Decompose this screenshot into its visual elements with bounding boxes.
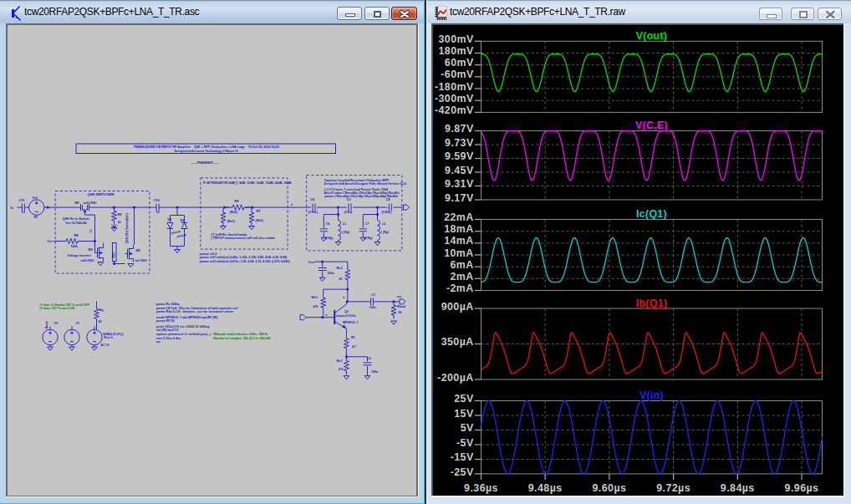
svg-text:9.96µs: 9.96µs <box>784 481 818 493</box>
svg-text:.param ra12 table(ra1,0,67m, 1: .param ra12 table(ra1,0,67m, 1,39, 2,68,… <box>199 259 290 262</box>
svg-text:C10: C10 <box>153 198 159 202</box>
svg-text:Räknade antal frekvens: 1/25: Räknade antal frekvens: 1/25n.. 800 K- <box>213 333 268 336</box>
svg-text:.tran 0 10us 0 4ns: .tran 0 10us 0 4ns <box>155 336 181 339</box>
svg-text:-5V: -5V <box>456 436 474 448</box>
svg-text:Q1: Q1 <box>344 309 349 313</box>
svg-text:-420mV: -420mV <box>434 104 473 116</box>
svg-text:QSK (Rx) Switch(Inh): QSK (Rx) Switch(Inh) <box>125 212 129 243</box>
svg-text:TRANSCEIVER CW REPOT RF Ampli: TRANSCEIVER CW REPOT RF Amplifier QSK + … <box>133 145 278 149</box>
svg-text:Vcc: Vcc <box>308 259 314 263</box>
svg-text:(*) 1mR Rx should handy,: (*) 1mR Rx should handy, <box>211 232 247 236</box>
svg-text:6mA: 6mA <box>450 258 473 270</box>
svg-text:M2: M2 <box>88 247 93 251</box>
svg-text:C11: C11 <box>18 198 25 202</box>
svg-text:14mA: 14mA <box>444 235 474 247</box>
svg-text:SINE(0 25 {Fs}): SINE(0 25 {Fs}) <box>103 332 123 335</box>
svg-text:In: In <box>10 205 13 209</box>
svg-text:180mV: 180mV <box>438 45 473 57</box>
svg-text:M1: M1 <box>74 201 79 205</box>
svg-text:TKEY: TKEY <box>112 252 115 258</box>
svg-text:100k: 100k <box>70 245 78 248</box>
svg-text:C2: C2 <box>367 356 371 359</box>
svg-text:Irm 2=7000-8b: Irm 2=7000-8b <box>65 221 87 224</box>
svg-text:47k: 47k <box>313 304 318 308</box>
svg-text:Rser 0: Rser 0 <box>104 336 112 339</box>
svg-text:out: out <box>396 295 401 298</box>
svg-text:Ib(Q1): Ib(Q1) <box>635 297 667 308</box>
svg-text:22mA: 22mA <box>444 211 474 223</box>
svg-text:{Ra1}: {Ra1} <box>227 220 235 223</box>
svg-text:Ic(Q1): Ic(Q1) <box>636 208 667 220</box>
svg-text:.param LR 1nH ; Rbc ba. Ind: .param LR 1nH ; Rbc ba. Inductance of lo… <box>155 306 237 309</box>
svg-text:D1: D1 <box>167 217 171 221</box>
svg-text:z: z <box>291 202 293 206</box>
svg-text:100n: 100n <box>369 305 375 308</box>
svg-text:.param ra1 0: .param ra1 0 <box>199 252 217 255</box>
svg-text:{CRae}: {CRae} <box>381 211 391 214</box>
svg-text:.param Rba 5.2 Ω ; because.: .param Rba 5.2 Ω ; because.. use ba. res… <box>155 310 233 313</box>
svg-text:100n: 100n <box>327 272 334 275</box>
svg-text:{Ra1}: {Ra1} <box>255 218 263 221</box>
svg-text:270: 270 <box>338 368 343 371</box>
svg-text:V(C,E): V(C,E) <box>635 120 668 131</box>
svg-text:{CKa}: {CKa} <box>344 211 352 214</box>
svg-text:QSK SWITCHER: QSK SWITCHER <box>87 192 114 196</box>
svg-text:18mA: 18mA <box>444 223 474 235</box>
svg-text:x: x <box>325 313 327 316</box>
svg-text:-300mV: -300mV <box>434 92 473 104</box>
svg-text:Pi ATTENUATOR 0dB(*), 8dB, 10d: Pi ATTENUATOR 0dB(*), 8dB, 10dB, 12dB, 1… <box>203 181 292 184</box>
svg-text:1N4148: 1N4148 <box>176 233 186 238</box>
svg-text:C3: C3 <box>346 197 351 201</box>
svg-text:5V: 5V <box>460 422 473 434</box>
svg-text:9.73V: 9.73V <box>445 136 474 148</box>
svg-text:50: 50 <box>398 310 401 313</box>
svg-text:9.45V: 9.45V <box>445 164 474 176</box>
svg-text:Rc1: Rc1 <box>336 266 343 270</box>
svg-text:C6: C6 <box>325 222 329 226</box>
svg-text:{ }Rp|: { }Rp| <box>380 231 388 234</box>
svg-text:9.48µs: 9.48µs <box>527 481 562 493</box>
svg-text:Voltage Inverter: Voltage Inverter <box>67 254 91 257</box>
svg-text:{CRp}: {CRp} <box>324 237 334 240</box>
svg-text:.param RF 50: .param RF 50 <box>155 319 175 323</box>
svg-text:L1: L1 <box>343 222 346 226</box>
svg-text:60mV: 60mV <box>444 57 473 69</box>
svg-text:Tx bias: 12V Tx on=1 ON: Tx bias: 12V Tx on=1 ON <box>39 307 74 310</box>
svg-text:4.7: 4.7 <box>352 344 356 348</box>
svg-text:300mV: 300mV <box>438 33 473 44</box>
svg-text:V3: V3 <box>54 322 58 325</box>
svg-text:tempco=0.1%/Ga: tempco=0.1%/Ga <box>335 313 355 317</box>
svg-text:9.36µs: 9.36µs <box>464 481 498 493</box>
svg-text:25V: 25V <box>454 393 474 405</box>
svg-text:2mA: 2mA <box>450 270 473 282</box>
svg-text:Number of samples: 25n (5.1: Number of samples: 25n (5.1 ns 250 000 <box>213 336 270 339</box>
svg-text:( TRP/CP measurements will nul: ( TRP/CP measurements will null also ena… <box>211 237 274 240</box>
svg-text:Rload: Rload <box>397 304 405 308</box>
svg-text:C8: C8 <box>385 197 390 201</box>
svg-text:.op: .op <box>155 340 161 344</box>
svg-text:-200µA: -200µA <box>437 371 474 383</box>
svg-text:V(out): V(out) <box>635 29 667 41</box>
svg-text:V(in): V(in) <box>639 389 663 401</box>
svg-text:50: 50 <box>98 319 101 323</box>
svg-text:m2=7000: m2=7000 <box>83 201 96 204</box>
svg-text:Morse: Morse <box>44 320 48 328</box>
svg-text:9.72µs: 9.72µs <box>656 481 690 493</box>
svg-text:Ve1: Ve1 <box>32 196 38 200</box>
svg-text:V1: V1 <box>75 322 79 325</box>
svg-text:1n: 1n <box>155 211 160 214</box>
svg-text:10mA: 10mA <box>444 247 474 258</box>
svg-text:Rg: Rg <box>99 308 104 311</box>
svg-text:.model MPSH10_1 ako:MPSH10 npn: .model MPSH10_1 ako:MPSH10 npn(RF [W] <box>155 315 217 318</box>
svg-text:.param Rc 100kg: .param Rc 100kg <box>155 303 180 306</box>
svg-text:C1: C1 <box>371 292 376 296</box>
svg-text:R4: R4 <box>74 232 79 237</box>
svg-text:M3: M3 <box>135 247 140 252</box>
svg-text:-180mV: -180mV <box>434 80 473 92</box>
svg-text:C4: C4 <box>310 197 315 201</box>
svg-text:9.84µs: 9.84µs <box>720 481 754 493</box>
svg-text:Rb1: Rb1 <box>311 295 318 299</box>
svg-text:Vrx: Vrx <box>47 240 53 243</box>
svg-text:350µA: 350µA <box>441 336 473 348</box>
svg-text:1n: 1n <box>21 210 25 214</box>
